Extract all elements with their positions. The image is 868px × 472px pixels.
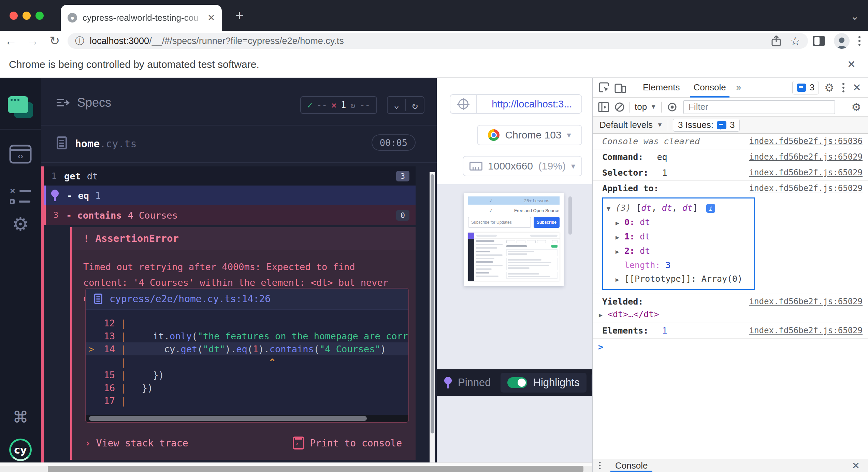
chevron-down-icon: ▾ — [567, 130, 571, 140]
horizontal-scrollbar-thumb[interactable] — [48, 466, 583, 472]
live-expression-eye-icon[interactable] — [666, 103, 678, 112]
source-link[interactable]: index.fd56be2f.js:65029 — [749, 168, 863, 177]
console-settings-icon[interactable]: ⚙ — [851, 101, 868, 114]
site-info-icon[interactable]: ⓘ — [75, 35, 84, 47]
drawer-tab-console[interactable]: Console — [610, 459, 652, 472]
issues-counter[interactable]: 3 — [792, 81, 819, 94]
highlights-toggle[interactable] — [507, 377, 527, 388]
tab-search-chevron-icon[interactable]: ⌄ — [851, 10, 859, 22]
specs-nav-icon[interactable]: ‹› — [0, 145, 41, 164]
code-frame-scrollbar[interactable] — [86, 415, 408, 422]
filter-input[interactable]: Filter — [683, 100, 835, 114]
runs-nav-icon[interactable]: ✕ — [0, 187, 41, 204]
highlights-label: Highlights — [533, 377, 580, 389]
source-link[interactable]: index.fd56be2f.js:65029 — [749, 326, 863, 335]
array-entry[interactable]: ▶1: dt — [607, 230, 751, 244]
project-icon[interactable] — [0, 96, 41, 118]
disclosure-closed-icon[interactable]: ▶ — [599, 311, 608, 319]
error-header: ! AssertionError — [72, 227, 416, 250]
console-sidebar-icon[interactable] — [598, 102, 609, 112]
spec-file-row[interactable]: home.cy.ts 00:05 — [41, 126, 437, 163]
new-tab-button[interactable]: + — [235, 9, 244, 23]
console-prompt[interactable]: > — [593, 339, 868, 355]
command-row-eq[interactable]: - eq 1 — [44, 186, 416, 205]
rerun-icon[interactable]: ↻ — [405, 99, 424, 111]
clear-console-icon[interactable] — [614, 102, 625, 112]
address-bar[interactable]: ⓘ localhost:3000/__/#/specs/runner?file=… — [68, 33, 808, 49]
view-stack-trace-link[interactable]: › View stack trace — [85, 438, 188, 449]
devtools-close-icon[interactable]: ✕ — [853, 82, 861, 93]
issues-icon — [717, 121, 726, 129]
print-to-console-button[interactable]: › Print to console — [293, 437, 402, 449]
viewport-select[interactable]: 1000x660 (19%) ▾ — [463, 156, 582, 176]
execution-context-select[interactable]: top ▼ — [635, 102, 656, 112]
disclosure-closed-icon[interactable]: ▶ — [616, 231, 624, 244]
side-panel-icon[interactable] — [813, 35, 825, 46]
devtools-settings-icon[interactable]: ⚙ — [824, 81, 834, 94]
source-link[interactable]: index.fd56be2f.js:65029 — [749, 183, 863, 193]
issues-button[interactable]: 3 Issues: 3 — [673, 119, 740, 132]
devtools-menu-icon[interactable] — [842, 83, 844, 92]
forward-button[interactable]: → — [22, 34, 44, 48]
command-row-contains[interactable]: 3 - contains 4 Courses 0 — [44, 205, 416, 225]
close-window-button[interactable] — [10, 12, 18, 20]
source-link[interactable]: index.fd56be2f.js:65029 — [749, 297, 863, 306]
minimize-window-button[interactable] — [23, 12, 31, 20]
reporter-scrollbar-thumb[interactable] — [431, 174, 434, 433]
back-button[interactable]: ← — [0, 34, 22, 48]
bookmark-star-icon[interactable]: ☆ — [790, 34, 800, 48]
highlights-toggle-group[interactable]: Highlights — [501, 373, 587, 393]
aut-url-link[interactable]: http://localhost:3... — [482, 99, 581, 110]
browser-tab[interactable]: ● cypress-realworld-testing-cou ✕ — [61, 5, 222, 31]
profile-avatar[interactable] — [834, 33, 850, 49]
element-count-badge: 3 — [396, 171, 409, 181]
banner-close-icon[interactable]: ✕ — [847, 58, 856, 70]
zoom-window-button[interactable] — [35, 12, 44, 20]
command-row-get[interactable]: 1 get dt 3 — [44, 166, 416, 186]
browser-select[interactable]: Chrome 103 ▾ — [477, 125, 582, 145]
log-levels-select[interactable]: Default levels ▼ — [599, 120, 663, 130]
disclosure-closed-icon[interactable]: ▶ — [616, 245, 624, 259]
inspect-element-icon[interactable] — [593, 82, 614, 93]
array-preview[interactable]: ▼(3) [dt, dt, dt] i — [607, 201, 751, 216]
preview-scrollbar-thumb[interactable] — [568, 196, 572, 235]
applied-array-object[interactable]: ▼(3) [dt, dt, dt] i ▶0: dt ▶1: dt ▶2: dt… — [602, 197, 755, 290]
array-entry[interactable]: ▶2: dt — [607, 244, 751, 259]
browser-toolbar: ← → ↻ ⓘ localhost:3000/__/#/specs/runner… — [0, 31, 868, 51]
reload-button[interactable]: ↻ — [44, 34, 66, 48]
keyboard-shortcuts-icon[interactable]: ⌘ — [0, 408, 41, 426]
pinned-label: Pinned — [458, 377, 491, 389]
tab-close-icon[interactable]: ✕ — [207, 13, 215, 23]
tab-console[interactable]: Console — [686, 78, 733, 98]
specs-header[interactable]: Specs — [56, 95, 111, 110]
cypress-logo[interactable]: cy — [0, 439, 41, 461]
reporter-scrollbar[interactable] — [430, 172, 435, 462]
source-link[interactable]: index.fd56be2f.js:65036 — [749, 136, 863, 146]
command-log: 1 get dt 3 - eq 1 3 - contains 4 C — [44, 166, 416, 225]
device-toolbar-icon[interactable] — [614, 82, 626, 93]
disclosure-closed-icon[interactable]: ▶ — [616, 273, 624, 286]
collapse-chevron-icon[interactable]: ⌄ — [388, 100, 405, 110]
prototype-entry[interactable]: ▶[[Prototype]]: Array(0) — [607, 272, 751, 286]
disclosure-closed-icon[interactable]: ▶ — [616, 216, 624, 230]
code-frame-header[interactable]: cypress/e2e/home.cy.ts:14:26 — [86, 289, 408, 310]
array-entry[interactable]: ▶0: dt — [607, 216, 751, 230]
selector-playground-icon[interactable] — [450, 95, 477, 113]
browser-menu-icon[interactable] — [858, 36, 860, 46]
share-icon[interactable] — [771, 35, 781, 47]
code-frame-file-link[interactable]: cypress/e2e/home.cy.ts:14:26 — [110, 293, 271, 305]
tab-elements[interactable]: Elements — [636, 78, 686, 98]
source-link[interactable]: index.fd56be2f.js:65029 — [749, 152, 863, 162]
yielded-element[interactable]: ▶<dt>…</dt> — [593, 309, 868, 323]
failed-test-strip — [41, 166, 44, 462]
browser-window: ● cypress-realworld-testing-cou ✕ + ⌄ ← … — [0, 0, 868, 472]
drawer-close-icon[interactable]: ✕ — [852, 460, 868, 471]
aut-url-bar[interactable]: http://localhost:3... — [450, 94, 582, 114]
disclosure-open-icon[interactable]: ▼ — [607, 202, 616, 216]
more-tabs-icon[interactable]: » — [733, 82, 744, 93]
drawer-menu-icon[interactable] — [599, 462, 601, 469]
code-line: 12| — [86, 316, 408, 329]
info-badge[interactable]: i — [706, 204, 715, 213]
settings-nav-icon[interactable]: ⚙ — [0, 213, 41, 235]
page-horizontal-scrollbar[interactable] — [0, 462, 592, 472]
